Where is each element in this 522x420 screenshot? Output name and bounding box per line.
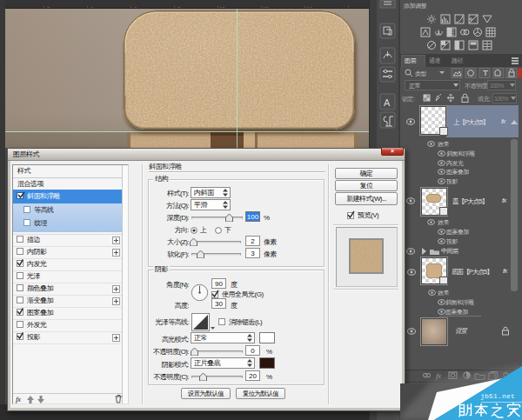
svg-text:A: A <box>384 97 391 108</box>
